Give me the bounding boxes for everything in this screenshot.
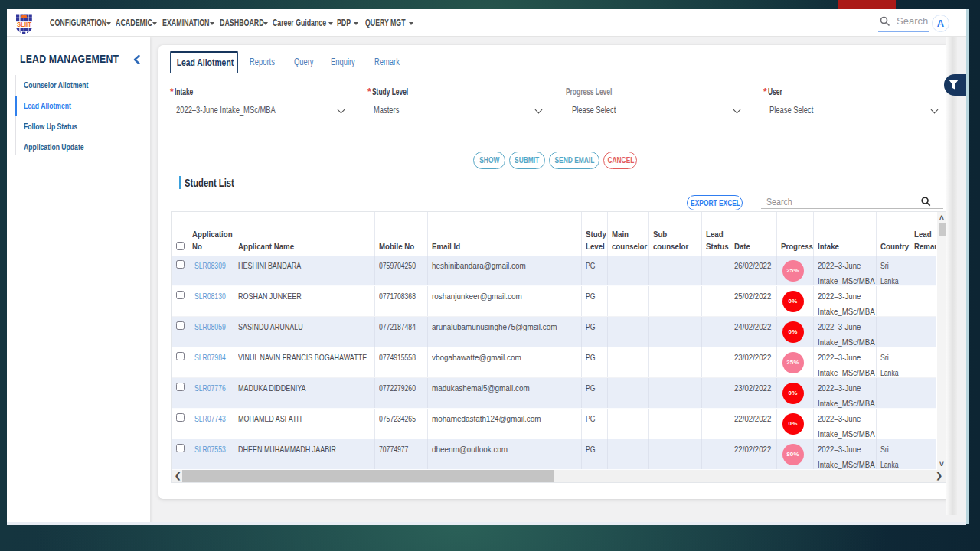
- svg-text:SLIIT: SLIIT: [17, 21, 32, 28]
